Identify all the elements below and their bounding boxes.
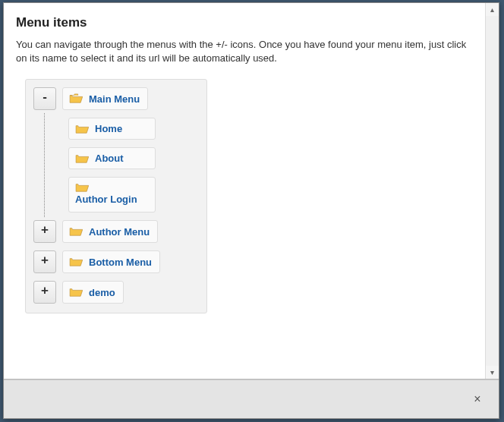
modal-body: Menu items You can navigate through the … bbox=[4, 3, 499, 379]
modal-footer: × bbox=[4, 379, 499, 418]
tree-children-main-menu: Home About bbox=[33, 118, 199, 213]
tree-row-author-menu: + Author Menu bbox=[33, 220, 199, 243]
menu-node-author-login[interactable]: Author Login bbox=[68, 177, 156, 213]
folder-icon bbox=[69, 226, 83, 237]
menu-node-bottom-menu[interactable]: Bottom Menu bbox=[62, 250, 160, 273]
close-button[interactable]: × bbox=[462, 386, 493, 413]
menu-node-label: demo bbox=[89, 287, 115, 298]
menu-node-author-menu[interactable]: Author Menu bbox=[62, 220, 158, 243]
tree-row-demo: + demo bbox=[33, 281, 199, 304]
scroll-up-arrow-icon[interactable]: ▴ bbox=[486, 3, 499, 16]
folder-open-icon bbox=[69, 93, 83, 104]
folder-icon bbox=[75, 124, 89, 134]
folder-icon bbox=[69, 257, 83, 267]
menu-node-label: Author Login bbox=[75, 193, 137, 207]
menu-node-about[interactable]: About bbox=[68, 147, 156, 169]
close-icon: × bbox=[474, 392, 480, 406]
menu-node-main-menu[interactable]: Main Menu bbox=[62, 87, 148, 110]
menu-node-demo[interactable]: demo bbox=[62, 281, 124, 304]
tree-row-main-menu: - Main Menu bbox=[33, 87, 199, 110]
folder-icon bbox=[75, 153, 89, 164]
expand-toggle-demo[interactable]: + bbox=[33, 281, 56, 304]
scroll-down-arrow-icon[interactable]: ▾ bbox=[486, 366, 499, 379]
menu-node-label: Author Menu bbox=[89, 226, 150, 238]
page-title: Menu items bbox=[16, 15, 485, 30]
expand-toggle-bottom-menu[interactable]: + bbox=[33, 250, 56, 273]
expand-toggle-author-menu[interactable]: + bbox=[33, 220, 56, 243]
menu-node-label: Main Menu bbox=[89, 93, 140, 105]
vertical-scrollbar[interactable]: ▴ ▾ bbox=[485, 3, 499, 379]
menu-node-home[interactable]: Home bbox=[68, 118, 156, 140]
folder-icon bbox=[75, 182, 89, 193]
menu-tree: - Main Menu bbox=[25, 79, 207, 313]
instructions-text: You can navigate through the menus with … bbox=[16, 38, 473, 65]
menu-picker-modal: Menu items You can navigate through the … bbox=[3, 2, 499, 419]
menu-node-label: About bbox=[95, 153, 124, 164]
menu-node-label: Bottom Menu bbox=[89, 257, 152, 268]
tree-connector bbox=[33, 118, 62, 213]
tree-row-bottom-menu: + Bottom Menu bbox=[33, 250, 199, 273]
menu-node-label: Home bbox=[95, 123, 122, 134]
collapse-toggle-main-menu[interactable]: - bbox=[33, 87, 56, 110]
folder-icon bbox=[69, 287, 83, 298]
